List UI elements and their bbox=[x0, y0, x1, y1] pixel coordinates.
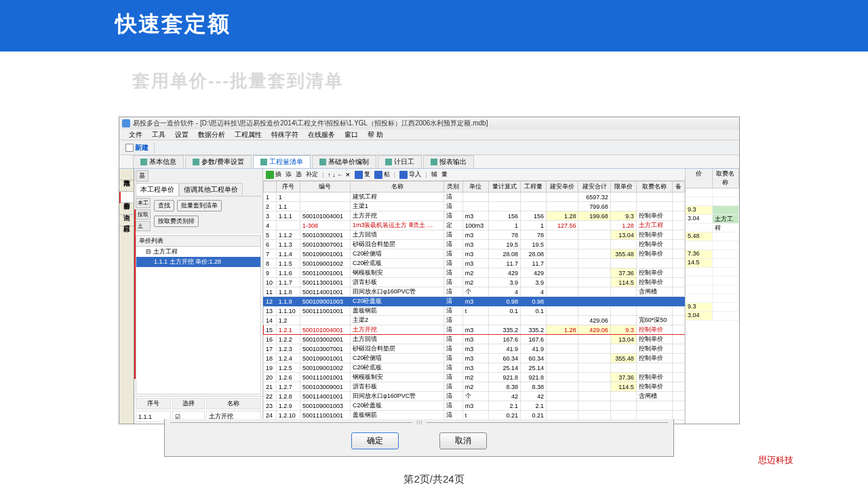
table-row[interactable]: 81.1.5500109001002C20砼底板清m311.711.7 bbox=[264, 259, 685, 268]
tab-daywork[interactable]: 计日工 bbox=[378, 155, 422, 168]
lp-tab-this-project[interactable]: 本工程单价 bbox=[136, 183, 179, 196]
menu-analysis[interactable]: 数据分析 bbox=[198, 129, 225, 140]
tb-import[interactable]: 导入 bbox=[399, 170, 421, 179]
table-row[interactable]: 151.2.1500101004001土方开挖清m3335.2335.21.28… bbox=[264, 325, 685, 335]
tb-select[interactable]: 选 bbox=[296, 170, 302, 179]
list-header: 单价列表 bbox=[136, 236, 260, 247]
lp-tab-borrow[interactable]: 借调其他工程单价 bbox=[179, 183, 243, 196]
tab-quantity-list[interactable]: 工程量清单 bbox=[253, 155, 311, 168]
table-row[interactable]: 71.1.4500109001001C20砼侧墙清m328.0828.08355… bbox=[264, 249, 685, 259]
highlight-line bbox=[134, 209, 136, 379]
tb-copy[interactable]: 复 bbox=[355, 170, 370, 179]
sidetab-query[interactable]: 查询 bbox=[119, 203, 134, 215]
tab-basic-info[interactable]: 基本信息 bbox=[133, 155, 184, 168]
unit-price-list: 单价列表 ⊟ 土方工程 1.1.1 土方开挖 单价:1.28 bbox=[136, 235, 261, 394]
right-panel: 价 取费名称 9.33.04土方工程5.487.3614.59.33.04 bbox=[685, 169, 739, 424]
tab-reports[interactable]: 报表输出 bbox=[423, 155, 474, 168]
table-row[interactable]: 161.2.2500103002001土方回填清m3167.6167.613.0… bbox=[264, 335, 685, 344]
main-grid[interactable]: 序号编号名称类别单位量计算式工程量建安单价建安合计限单价取费名称备 11建筑工程… bbox=[263, 181, 685, 424]
rp-col-price: 价 bbox=[686, 169, 713, 188]
sb-3[interactable]: 土 bbox=[136, 221, 151, 231]
app-icon bbox=[122, 119, 130, 127]
page-subtitle: 套用单价---批量套到清单 bbox=[0, 52, 868, 100]
sidetab-unit-price[interactable]: 套用单价 bbox=[119, 192, 134, 203]
import-icon bbox=[399, 171, 408, 179]
sb-1[interactable]: 本工 bbox=[136, 198, 151, 208]
window-titlebar[interactable]: 易投多合一造价软件 - [D:\思迈科技\思迈易投造价2014\工程文件\招投标… bbox=[119, 117, 739, 129]
tab-icon bbox=[431, 159, 437, 165]
menu-help[interactable]: 帮 助 bbox=[368, 129, 383, 140]
tb-aux[interactable]: 辅 bbox=[431, 170, 437, 179]
tree-root[interactable]: ⊟ 土方工程 bbox=[136, 247, 260, 257]
batch-apply-button[interactable]: 批量套到清单 bbox=[177, 200, 222, 211]
main-panel: 插 添 选 补定 | ↑ ↓ ← ✕ 复 粘 | 导入 | 辅 量 序号编号名称… bbox=[263, 169, 685, 424]
table-row[interactable]: 191.2.5500109001002C20砼底板清m325.1425.14 bbox=[264, 363, 685, 373]
tb-add[interactable]: 添 bbox=[285, 170, 292, 179]
tab-icon bbox=[193, 159, 199, 165]
copy-icon bbox=[355, 171, 363, 179]
table-row[interactable]: 121.1.9500109001003C20砼盖板清m30.980.98 bbox=[264, 297, 685, 306]
table-row[interactable]: 141.2主渠2清429.06宽60*深50 bbox=[264, 316, 685, 325]
cancel-button[interactable]: 取消 bbox=[439, 432, 487, 449]
tb-paste[interactable]: 粘 bbox=[374, 170, 390, 179]
sb-2[interactable]: 按取 bbox=[136, 209, 151, 220]
rp-col-fee: 取费名称 bbox=[713, 169, 740, 188]
table-row[interactable]: 61.1.3500103007001砂砾混合料垫层清m319.519.5控制单价 bbox=[264, 240, 685, 249]
tb-insert[interactable]: 插 bbox=[266, 170, 281, 179]
dialog-footer: ⁞⁞⁞ 确定 取消 bbox=[164, 419, 674, 457]
tab-params[interactable]: 参数/费率设置 bbox=[185, 155, 252, 168]
tb-supplement[interactable]: 补定 bbox=[306, 170, 318, 179]
table-row[interactable]: 131.1.10500111001001盖板钢筋清t0.10.1 bbox=[264, 306, 685, 316]
menu-window[interactable]: 窗口 bbox=[344, 129, 358, 140]
tb-qty[interactable]: 量 bbox=[441, 170, 448, 179]
tab-icon bbox=[260, 159, 267, 165]
menu-project-props[interactable]: 工程属性 bbox=[235, 129, 262, 140]
new-icon bbox=[125, 144, 134, 152]
tab-icon bbox=[385, 159, 392, 165]
plus-icon bbox=[266, 171, 274, 179]
tab-base-price[interactable]: 基础单价编制 bbox=[312, 155, 376, 168]
brand-label: 思迈科技 bbox=[758, 454, 793, 466]
table-row[interactable]: 41-3081m3装载机装运土方 Ⅲ类土 …定100m311127.561.28… bbox=[264, 221, 685, 230]
page-title-banner: 快速套定额 bbox=[0, 0, 868, 52]
sort-by-fee-button[interactable]: 按取费类别排 bbox=[154, 216, 199, 227]
menubar: 文件 工具 设置 数据分析 工程属性 特殊字符 在线服务 窗口 帮 助 bbox=[119, 129, 739, 140]
table-row[interactable]: 171.2.3500103007001砂砾混合料垫层清m341.941.9控制单… bbox=[264, 344, 685, 354]
paste-icon bbox=[374, 171, 382, 179]
menu-tools[interactable]: 工具 bbox=[152, 129, 165, 140]
window-title: 易投多合一造价软件 - [D:\思迈科技\思迈易投造价2014\工程文件\招投标… bbox=[133, 117, 488, 129]
search-button[interactable]: 查找 bbox=[154, 200, 174, 211]
table-row[interactable]: 231.2.9500109001003C20砼盖板清m32.12.1 bbox=[264, 401, 685, 411]
sidetab-template[interactable]: 清单范本 bbox=[119, 169, 134, 180]
drag-handle[interactable]: ⁞⁞⁞ bbox=[412, 420, 426, 426]
tab-icon bbox=[140, 159, 147, 165]
table-row[interactable]: 101.1.7500113001001沥青杉板清m23.93.9114.5控制单… bbox=[264, 278, 685, 287]
menu-online[interactable]: 在线服务 bbox=[308, 129, 335, 140]
app-window: 易投多合一造价软件 - [D:\思迈科技\思迈易投造价2014\工程文件\招投标… bbox=[119, 117, 740, 424]
tb-arrow[interactable]: ↑ ↓ ← ✕ bbox=[328, 171, 351, 178]
tab-icon bbox=[319, 159, 326, 165]
menu-special-chars[interactable]: 特殊字符 bbox=[271, 129, 298, 140]
menu-file[interactable]: 文件 bbox=[129, 129, 142, 140]
table-row[interactable]: 51.1.2500103002001土方回填清m3787813.04控制单价 bbox=[264, 230, 685, 240]
left-panel: 基 本工程单价 借调其他工程单价 本工 按取 土 查找 批量套到清单 bbox=[134, 169, 263, 424]
tree-item-selected[interactable]: 1.1.1 土方开挖 单价:1.28 bbox=[136, 257, 260, 267]
table-row[interactable]: 221.2.8500114001001田间放水口φ160PVC管清个4242含闸… bbox=[264, 392, 685, 401]
new-button[interactable]: 新建 bbox=[122, 142, 152, 154]
table-row[interactable]: 31.1.1500101004001土方开挖清m31561561.28199.6… bbox=[264, 211, 685, 221]
table-row[interactable]: 91.1.6500110001001钢模板制安清m242942937.36控制单… bbox=[264, 268, 685, 278]
side-btn-basic[interactable]: 基 bbox=[136, 170, 149, 182]
ok-button[interactable]: 确定 bbox=[351, 432, 399, 449]
table-row[interactable]: 181.2.4500109001001C20砼侧墙清m360.3460.3435… bbox=[264, 354, 685, 363]
table-row[interactable]: 211.2.7500103009001沥青杉板清m28.388.38114.5控… bbox=[264, 382, 685, 392]
vertical-sidetabs: 清单范本 定额 套用单价 查询 工程目标 bbox=[119, 169, 134, 424]
grid-toolbar: 插 添 选 补定 | ↑ ↓ ← ✕ 复 粘 | 导入 | 辅 量 bbox=[263, 169, 685, 181]
table-row[interactable]: 11建筑工程清6597.32 bbox=[264, 192, 685, 202]
menu-settings[interactable]: 设置 bbox=[175, 129, 189, 140]
sidetab-quota[interactable]: 定额 bbox=[119, 180, 134, 192]
sidetab-target[interactable]: 工程目标 bbox=[119, 215, 134, 226]
page-indicator: 第2页/共24页 bbox=[0, 473, 868, 486]
table-row[interactable]: 111.1.8500114001001田间放水口φ160PVC管清个44含闸槽 bbox=[264, 287, 685, 297]
table-row[interactable]: 21.1主渠1清799.68 bbox=[264, 202, 685, 211]
table-row[interactable]: 201.2.6500111001001钢模板制安清m2921.8921.837.… bbox=[264, 373, 685, 382]
